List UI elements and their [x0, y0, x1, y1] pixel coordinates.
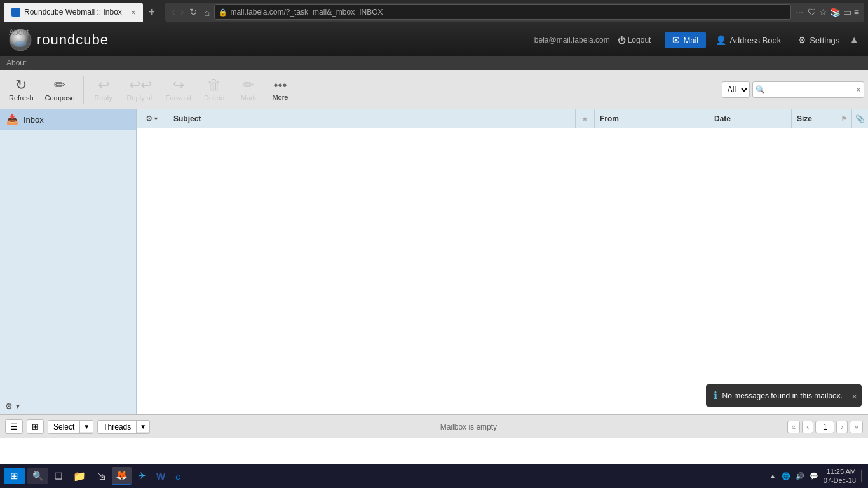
delete-button[interactable]: 🗑 Delete: [198, 74, 231, 104]
tab-close-icon[interactable]: ×: [131, 8, 136, 17]
page-input[interactable]: [815, 421, 834, 433]
task-view-button[interactable]: ❑: [51, 468, 67, 484]
addressbook-nav-icon: 👤: [715, 35, 726, 45]
edge-button[interactable]: e: [172, 468, 184, 484]
address-url[interactable]: mail.fabela.com/?_task=mail&_mbox=INBOX: [230, 8, 383, 17]
col-header-from[interactable]: From: [595, 109, 709, 128]
inbox-folder-icon: 📥: [6, 114, 18, 125]
inbox-label: Inbox: [24, 115, 44, 125]
taskbar: ⊞ 🔍 ❑ 📁 🛍 🦊 ✈ W e ▲ 🌐 🔊 💬 11:25 AM 07-De…: [0, 464, 868, 488]
bookmark-icon[interactable]: ☆: [819, 7, 827, 17]
next-page-button[interactable]: ›: [836, 421, 848, 433]
nav-settings-button[interactable]: ⚙ Settings: [790, 32, 847, 48]
compose-button[interactable]: ✏ Compose: [40, 74, 80, 104]
forward-label: Forward: [166, 94, 191, 102]
back-button[interactable]: ‹: [170, 6, 177, 18]
reply-all-icon: ↩↩: [129, 77, 152, 93]
search-input[interactable]: [767, 85, 856, 94]
search-taskbar-button[interactable]: 🔍: [27, 468, 48, 484]
mark-label: Mark: [241, 94, 256, 102]
telegram-button[interactable]: ✈: [134, 468, 150, 484]
word-button[interactable]: W: [153, 468, 169, 484]
reply-all-label: Reply all: [127, 94, 154, 102]
col-header-star[interactable]: ★: [576, 109, 595, 128]
more-button[interactable]: ••• More: [266, 76, 294, 104]
list-layout-button[interactable]: ☰: [5, 419, 23, 434]
threads-button[interactable]: Threads: [98, 421, 137, 433]
search-clear-icon[interactable]: ×: [856, 85, 861, 95]
first-page-button[interactable]: «: [787, 421, 801, 433]
show-desktop-button[interactable]: [861, 470, 864, 482]
search-icon: 🔍: [756, 85, 765, 94]
reply-label: Reply: [95, 94, 112, 102]
sidebar-browser-icon[interactable]: ▭: [843, 7, 851, 17]
settings-nav-icon: ⚙: [798, 35, 806, 45]
logout-button[interactable]: ⏻ Logout: [618, 36, 651, 45]
more-label: More: [272, 93, 288, 101]
library-icon[interactable]: 📚: [830, 7, 841, 17]
more-icon: •••: [273, 78, 287, 93]
sidebar-inbox-folder[interactable]: 📥 Inbox: [0, 109, 136, 130]
nav-addressbook-button[interactable]: 👤 Address Book: [708, 32, 789, 48]
about-label[interactable]: About: [6, 58, 26, 67]
browser-tab[interactable]: Roundcube Webmail :: Inbox ×: [4, 3, 143, 22]
attach-col-icon: 📎: [855, 114, 865, 123]
compose-icon: ✏: [54, 77, 65, 93]
header-expand-button[interactable]: ▲: [849, 34, 859, 46]
notification-icon: ℹ: [714, 390, 717, 402]
col-header-date[interactable]: Date: [709, 109, 792, 128]
nav-mail-button[interactable]: ✉ Mail: [665, 32, 706, 48]
app-about-label[interactable]: About: [9, 28, 29, 37]
message-list-body: [137, 128, 868, 414]
select-arrow-button[interactable]: ▼: [80, 421, 93, 432]
browser-menu-icon[interactable]: ≡: [854, 7, 859, 17]
select-button[interactable]: Select: [48, 421, 80, 433]
notification-tray-icon[interactable]: 💬: [810, 472, 818, 480]
prev-page-button[interactable]: ‹: [802, 421, 813, 433]
browser-more-icon[interactable]: ···: [794, 7, 805, 17]
refresh-icon: ↻: [15, 77, 27, 93]
notification-message: No messages found in this mailbox.: [722, 391, 843, 400]
file-explorer-button[interactable]: 📁: [69, 468, 90, 485]
refresh-browser-button[interactable]: ↻: [187, 6, 200, 18]
thread-layout-button[interactable]: ⊞: [27, 419, 44, 434]
firefox-button[interactable]: 🦊: [112, 467, 132, 485]
col-header-gear[interactable]: ⚙ ▼: [137, 109, 168, 128]
threads-arrow-button[interactable]: ▼: [137, 421, 149, 432]
col-gear-arrow-icon: ▼: [153, 116, 159, 122]
forward-button[interactable]: ↪ Forward: [161, 74, 196, 104]
store-button[interactable]: 🛍: [92, 468, 109, 484]
forward-button[interactable]: ›: [179, 6, 186, 18]
shield-icon: 🛡: [808, 7, 817, 17]
last-page-button[interactable]: »: [850, 421, 863, 433]
col-header-size[interactable]: Size: [792, 109, 836, 128]
network-icon: 🌐: [782, 472, 790, 480]
notification-close-button[interactable]: ×: [851, 390, 857, 401]
sidebar-gear-button[interactable]: ⚙ ▼: [0, 398, 136, 414]
reply-icon: ↩: [98, 77, 109, 93]
col-header-attach: 📎: [852, 109, 868, 128]
new-tab-button[interactable]: +: [146, 6, 158, 19]
ssl-icon: 🔒: [219, 8, 227, 17]
refresh-button[interactable]: ↻ Refresh: [4, 74, 39, 104]
delete-label: Delete: [204, 94, 224, 102]
delete-icon: 🗑: [207, 77, 221, 93]
mark-icon: ✏: [243, 77, 254, 93]
reply-button[interactable]: ↩ Reply: [87, 74, 120, 104]
col-header-subject[interactable]: Subject: [168, 109, 576, 128]
logo-text: roundcube: [37, 32, 109, 48]
mark-button[interactable]: ✏ Mark: [232, 74, 265, 104]
sidebar-gear-icon: ⚙: [5, 402, 13, 411]
tray-up-icon[interactable]: ▲: [770, 472, 776, 480]
star-col-icon: ★: [581, 114, 588, 123]
col-header-flag[interactable]: ⚑: [836, 109, 852, 128]
start-button[interactable]: ⊞: [4, 468, 25, 484]
mailbox-empty-label: Mailbox is empty: [440, 423, 497, 431]
home-button[interactable]: ⌂: [202, 7, 212, 18]
reply-all-button[interactable]: ↩↩ Reply all: [121, 74, 159, 104]
tab-title: Roundcube Webmail :: Inbox: [24, 8, 122, 17]
notification-bar: ℹ No messages found in this mailbox. ×: [706, 384, 862, 407]
compose-label: Compose: [45, 94, 75, 102]
search-filter-select[interactable]: All: [722, 81, 750, 98]
volume-icon[interactable]: 🔊: [796, 472, 804, 480]
